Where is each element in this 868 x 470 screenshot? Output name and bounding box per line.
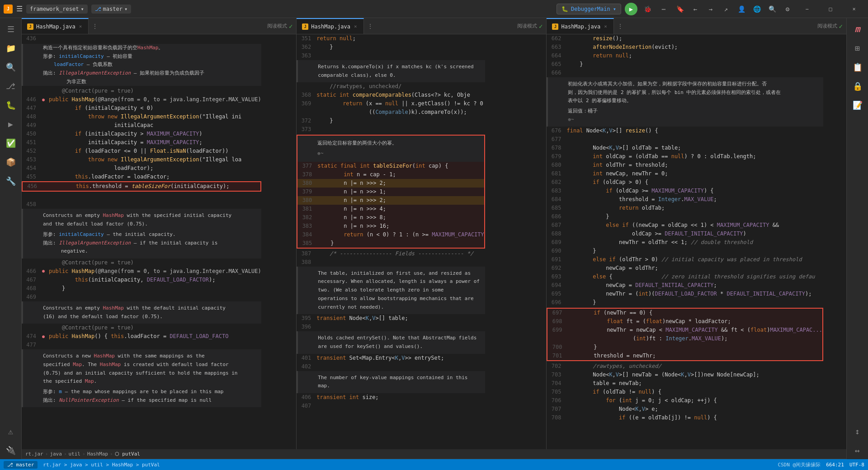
sidebar-icon-tasks[interactable]: ✅ [2, 134, 20, 152]
line-452: 452 if (loadFactor <= 0 || Float.isNaN(l… [22, 147, 261, 155]
sidebar-icon-search[interactable]: 🔍 [2, 58, 20, 76]
line-467: 467 this(initialCapacity, DEFAULT_LOAD_F… [22, 276, 261, 284]
status-encoding: UTF-8 [849, 462, 864, 468]
user-icon[interactable]: 👤 [735, 3, 748, 15]
panel-3-tab-close[interactable]: × [603, 23, 608, 30]
reader-mode-label-3: 阅读模式 [817, 23, 837, 29]
sidebar-icon-tools[interactable]: 🔧 [2, 172, 20, 190]
line-466-ann: @Contract(pure = true) [22, 258, 261, 267]
more-run-options[interactable]: ⋯ [657, 3, 670, 15]
project-selector[interactable]: framework_reset ▾ [26, 5, 88, 14]
breadcrumb-hashmap: HashMap [87, 451, 108, 457]
line-451: 451 initialCapacity = MAXIMUM_CAPACITY; [22, 138, 261, 147]
breadcrumb-java: java [50, 451, 62, 457]
line-469: 469 [22, 293, 261, 301]
panel2-doc2: The table, initialized on first use, and… [297, 267, 485, 314]
panel-3-code[interactable]: 662 resize(); 663 afterNodeInsertion(evi… [547, 34, 846, 449]
branch-dropdown-icon: ▾ [124, 6, 127, 12]
rs-icon-lock[interactable]: 🔒 [849, 77, 867, 95]
breadcrumb-jar: rt.jar [25, 451, 43, 457]
panel-1-tab-close[interactable]: × [78, 23, 83, 30]
panel-3-reader-mode[interactable]: 阅读模式 ✓ [814, 23, 846, 30]
title-bar-right: 🔖 ← → ↗ 👤 🌐 🔍 ⚙ − □ × [674, 2, 864, 16]
panel2-zh-doc: 返回给定目标容量的两倍大小的幂。 ⊕~ [297, 136, 484, 161]
panel-2-reader-mode[interactable]: 阅读模式 ✓ [514, 23, 546, 30]
panel-1-tab-hashmap[interactable]: J HashMap.java × [22, 18, 89, 34]
java-file-icon-3: J [552, 24, 558, 30]
app-logo: J [4, 5, 13, 14]
sidebar-icon-problems[interactable]: ⚠ [2, 422, 20, 440]
breadcrumb-putval: ⬡ putVal [115, 451, 140, 457]
status-path: rt.jar > java > util > HashMap > putVal [43, 462, 160, 468]
minimize-button[interactable]: − [797, 2, 817, 16]
bookmark-icon[interactable]: 🔖 [674, 3, 686, 15]
line-447: 447 if (initialCapacity < 0) [22, 104, 261, 113]
editors-container: J HashMap.java × ⋮ 阅读模式 ✓ [22, 18, 846, 449]
sidebar-icon-menu[interactable]: ☰ [2, 20, 20, 38]
panel-2-tab-close[interactable]: × [353, 23, 358, 30]
panel-3-tab-more[interactable]: ⋮ [614, 18, 627, 34]
doc-block-3: Constructs an empty HashMap with the def… [22, 301, 261, 324]
left-sidebar: ☰ 📁 🔍 ⎇ 🐛 ▶ ✅ 📦 🔧 ⚠ 🔌 [0, 18, 22, 459]
reader-mode-label-2: 阅读模式 [517, 23, 537, 29]
hamburger-menu[interactable]: ☰ [16, 5, 23, 13]
sidebar-icon-debug[interactable]: 🐛 [2, 96, 20, 114]
sidebar-icon-vcs[interactable]: ⎇ [2, 77, 20, 95]
branch-name: master [103, 6, 123, 12]
share-icon[interactable]: ↗ [720, 3, 732, 15]
maximize-button[interactable]: □ [820, 2, 841, 16]
rs-icon-clipboard[interactable]: 📋 [849, 58, 867, 76]
panel2-red-box: 返回给定目标容量的两倍大小的幂。 ⊕~ 377static final int … [297, 135, 485, 248]
main-layout: ☰ 📁 🔍 ⎇ 🐛 ▶ ✅ 📦 🔧 ⚠ 🔌 J HashMap.java × [0, 18, 868, 459]
line-458: 458 [22, 200, 261, 209]
line-446: 446 ● public HashMap(@Range(from = 0, to… [22, 95, 261, 104]
right-sidebar: m ⊞ 📋 🔒 📝 ↕ ↔ [846, 18, 868, 459]
forward-icon[interactable]: → [704, 3, 717, 15]
panel-2-code[interactable]: 351return null; 362 } 363 Returns k.comp… [297, 34, 546, 449]
branch-selector[interactable]: ⎇ master ▾ [91, 5, 132, 14]
sidebar-icon-run[interactable]: ▶ [2, 115, 20, 133]
rs-icon-m[interactable]: m [849, 20, 867, 38]
debug-config-name: DebuggerMain [571, 6, 610, 12]
project-name: framework_reset [30, 6, 79, 12]
back-icon[interactable]: ← [689, 3, 702, 15]
line-456: 456 this.threshold = tableSizeFor(initia… [22, 181, 261, 192]
sidebar-icon-project[interactable]: 📁 [2, 39, 20, 57]
line-457 [22, 192, 261, 200]
panel2-doc1: Returns k.compareTo(x) if x matches kc (… [297, 60, 485, 82]
debug-config-button[interactable]: 🐛 DebuggerMain ▾ [557, 4, 621, 14]
editor-panel-1: J HashMap.java × ⋮ 阅读模式 ✓ [22, 18, 297, 449]
panel-2-tab-more[interactable]: ⋮ [364, 18, 377, 34]
search-icon[interactable]: 🔍 [766, 3, 778, 15]
settings-icon[interactable]: ⚙ [781, 3, 794, 15]
line-454: 454 loadFactor); [22, 164, 261, 173]
run-button[interactable]: ▶ [625, 3, 637, 15]
panel-3-content: 662 resize(); 663 afterNodeInsertion(evi… [547, 34, 846, 449]
title-bar-center: 🐛 DebuggerMain ▾ ▶ 🐞 ⋯ [557, 3, 670, 15]
sidebar-icon-packages[interactable]: 📦 [2, 153, 20, 171]
debug-button[interactable]: 🐞 [641, 3, 654, 15]
rs-icon-vertical[interactable]: ↕ [849, 422, 867, 440]
translate-icon[interactable]: 🌐 [750, 3, 763, 15]
panel-3-tab-hashmap[interactable]: J HashMap.java × [547, 18, 613, 34]
project-dropdown-icon: ▾ [80, 6, 84, 12]
close-button[interactable]: × [844, 2, 864, 16]
panel-2-tab-hashmap[interactable]: J HashMap.java × [297, 18, 363, 34]
panel-1-tab-more[interactable]: ⋮ [89, 18, 101, 34]
panel-1-reader-mode[interactable]: 阅读模式 ✓ [264, 23, 296, 30]
line-466: 466 ● public HashMap(@Range(from = 0, to… [22, 267, 261, 276]
rs-icon-grid[interactable]: ⊞ [849, 39, 867, 57]
status-bar: ⎇ master rt.jar > java > util > HashMap … [0, 459, 868, 470]
reader-check-1: ✓ [289, 23, 292, 30]
rs-icon-note[interactable]: 📝 [849, 96, 867, 114]
doc-block-4: Constructs a new HashMap with the same m… [22, 349, 261, 407]
rs-icon-horizontal[interactable]: ↔ [849, 441, 867, 459]
line-455: 455 this.loadFactor = loadFactor; [22, 173, 261, 181]
line-453: 453 throw new IllegalArgumentException("… [22, 155, 261, 164]
reader-check-3: ✓ [839, 23, 843, 30]
sidebar-icon-plugins[interactable]: 🔌 [2, 441, 20, 459]
panel-2-tab-label: HashMap.java [311, 24, 350, 30]
panel-1-code[interactable]: 436 构造一个具有指定初始容量和负载因子的空HashMap。 形参: init… [22, 34, 296, 449]
debug-config-dropdown: ▾ [613, 6, 616, 12]
status-watermark: CSDN @闲关缘缘际 [778, 461, 821, 468]
